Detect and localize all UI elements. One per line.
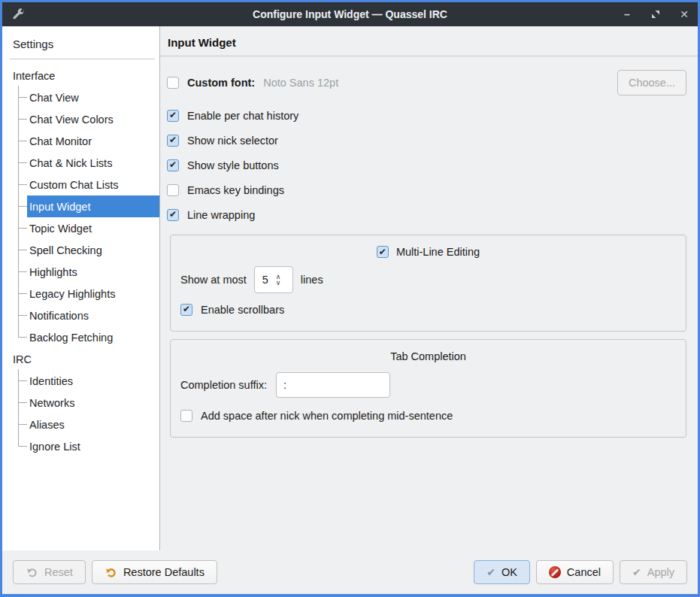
restore-defaults-button[interactable]: Restore Defaults <box>92 560 217 584</box>
window-title: Configure Input Widget — Quassel IRC <box>2 8 698 20</box>
tab-completion-header: Tab Completion <box>180 346 676 367</box>
tree-item-topic-widget[interactable]: Topic Widget <box>2 217 159 239</box>
undo-icon <box>26 567 38 578</box>
settings-tree: Interface Chat View Chat View Colors Cha… <box>2 65 159 457</box>
page-title: Input Widget <box>160 26 698 56</box>
settings-window: Configure Input Widget — Quassel IRC – ✕… <box>0 0 700 597</box>
lines-spinbox-input[interactable] <box>255 273 274 286</box>
option-row: Enable scrollbars <box>180 297 676 322</box>
lines-spinbox[interactable]: ∧ ∨ <box>254 266 293 293</box>
per-chat-history-label: Enable per chat history <box>187 110 298 122</box>
tree-item-notifications[interactable]: Notifications <box>2 305 159 326</box>
tree-item-chat-monitor[interactable]: Chat Monitor <box>2 130 159 152</box>
tree-item-chat-nick-lists[interactable]: Chat & Nick Lists <box>2 152 159 174</box>
per-chat-history-checkbox[interactable] <box>167 110 179 122</box>
style-buttons-label: Show style buttons <box>187 159 279 171</box>
ok-check-icon: ✔ <box>486 567 495 577</box>
tree-item-spell-checking[interactable]: Spell Checking <box>2 239 159 261</box>
settings-sidebar: Settings Interface Chat View Chat View C… <box>2 26 160 550</box>
nick-selector-checkbox[interactable] <box>167 135 179 147</box>
cancel-label: Cancel <box>567 566 601 578</box>
tree-item-identities[interactable]: Identities <box>2 370 159 392</box>
tab-completion-title: Tab Completion <box>390 350 466 362</box>
emacs-bindings-checkbox[interactable] <box>167 184 179 196</box>
multiline-editing-header: Multi-Line Editing <box>180 241 676 262</box>
tree-item-networks[interactable]: Networks <box>2 392 159 414</box>
choose-font-button[interactable]: Choose... <box>617 70 686 95</box>
restore-defaults-icon <box>105 567 117 578</box>
custom-font-label: Custom font: <box>187 77 255 89</box>
multiline-editing-title: Multi-Line Editing <box>396 246 480 258</box>
titlebar: Configure Input Widget — Quassel IRC – ✕ <box>2 2 698 26</box>
tree-item-input-widget[interactable]: Input Widget <box>2 195 159 217</box>
option-row: Line wrapping <box>167 202 686 227</box>
interface-children: Chat View Chat View Colors Chat Monitor … <box>2 86 159 348</box>
tree-group-interface[interactable]: Interface <box>2 65 159 86</box>
lines-label: lines <box>301 274 323 286</box>
option-row: Show style buttons <box>167 153 686 177</box>
add-space-checkbox[interactable] <box>180 410 192 422</box>
sidebar-title: Settings <box>2 26 159 59</box>
maximize-button[interactable] <box>650 8 662 20</box>
apply-button[interactable]: ✔ Apply <box>620 560 687 584</box>
option-row: Emacs key bindings <box>167 177 686 202</box>
restore-defaults-label: Restore Defaults <box>123 566 205 578</box>
cancel-icon <box>549 566 561 578</box>
custom-font-value: Noto Sans 12pt <box>263 77 338 89</box>
tree-item-aliases[interactable]: Aliases <box>2 414 159 435</box>
style-buttons-checkbox[interactable] <box>167 159 179 171</box>
line-wrapping-label: Line wrapping <box>187 209 255 221</box>
nick-selector-label: Show nick selector <box>187 135 278 147</box>
tree-item-custom-chat-lists[interactable]: Custom Chat Lists <box>2 174 159 195</box>
wrench-icon <box>10 6 26 23</box>
show-at-most-label: Show at most <box>180 274 247 286</box>
emacs-bindings-label: Emacs key bindings <box>187 184 284 196</box>
sidebar-separator <box>10 59 155 59</box>
tree-item-highlights[interactable]: Highlights <box>2 261 159 283</box>
minimize-button[interactable]: – <box>621 8 633 20</box>
completion-suffix-label: Completion suffix: <box>180 379 267 391</box>
tree-item-backlog-fetching[interactable]: Backlog Fetching <box>2 326 159 348</box>
option-row: Enable per chat history <box>167 103 686 128</box>
tree-item-ignore-list[interactable]: Ignore List <box>2 435 159 457</box>
custom-font-checkbox[interactable] <box>167 77 179 89</box>
multiline-editing-checkbox[interactable] <box>377 246 389 258</box>
completion-suffix-input[interactable] <box>276 372 390 398</box>
option-row: Add space after nick when completing mid… <box>180 403 676 428</box>
completion-suffix-row: Completion suffix: <box>180 367 676 403</box>
irc-children: Identities Networks Aliases Ignore List <box>2 370 159 457</box>
reset-label: Reset <box>44 566 73 578</box>
apply-check-icon: ✔ <box>632 567 641 577</box>
spin-down-icon[interactable]: ∨ <box>276 280 281 286</box>
multiline-editing-group: Multi-Line Editing Show at most ∧ ∨ line… <box>170 235 686 332</box>
ok-label: OK <box>502 566 517 578</box>
option-row: Show nick selector <box>167 128 686 153</box>
enable-scrollbars-label: Enable scrollbars <box>201 304 284 316</box>
tree-item-chat-view[interactable]: Chat View <box>2 86 159 108</box>
tab-completion-group: Tab Completion Completion suffix: Add sp… <box>170 339 686 438</box>
tree-group-irc[interactable]: IRC <box>2 348 159 370</box>
ok-button[interactable]: ✔ OK <box>474 560 530 584</box>
cancel-button[interactable]: Cancel <box>536 560 614 584</box>
apply-label: Apply <box>647 566 674 578</box>
enable-scrollbars-checkbox[interactable] <box>180 304 192 316</box>
main-pane: Input Widget Custom font: Noto Sans 12pt… <box>160 26 698 550</box>
custom-font-row: Custom font: Noto Sans 12pt Choose... <box>167 65 686 100</box>
show-at-most-row: Show at most ∧ ∨ lines <box>180 262 676 297</box>
tree-item-chat-view-colors[interactable]: Chat View Colors <box>2 108 159 130</box>
add-space-label: Add space after nick when completing mid… <box>201 410 453 422</box>
tree-item-legacy-highlights[interactable]: Legacy Highlights <box>2 283 159 305</box>
reset-button[interactable]: Reset <box>13 560 86 584</box>
button-bar: Reset Restore Defaults ✔ OK Cancel ✔ App… <box>2 550 698 594</box>
line-wrapping-checkbox[interactable] <box>167 209 179 221</box>
close-button[interactable]: ✕ <box>678 8 690 20</box>
